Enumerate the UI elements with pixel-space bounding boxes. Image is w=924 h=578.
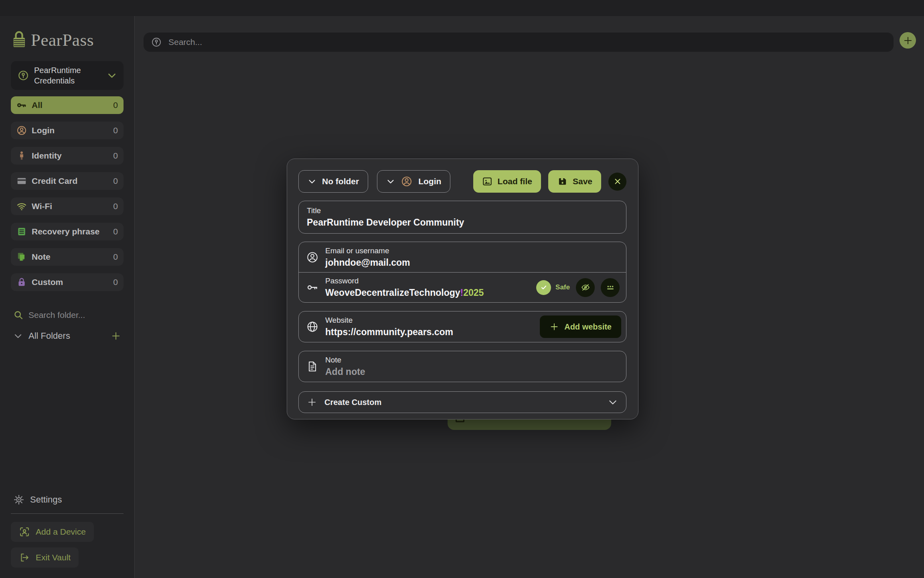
load-file-label: Load file [498,177,532,186]
add-website-label: Add website [564,322,612,332]
add-device-label: Add a Device [36,527,86,537]
sidebar-item-count: 0 [113,100,118,110]
website-field-label: Website [325,316,453,325]
document-icon [306,360,320,373]
user-circle-icon [306,251,320,264]
toggle-password-visibility-button[interactable] [576,278,595,297]
modal-header: No folder Login [298,170,626,193]
sidebar-item-count: 0 [113,126,118,135]
sidebar-item-count: 0 [113,201,118,211]
sidebar-item-login[interactable]: Login 0 [11,122,124,139]
sidebar-item-recovery-phrase[interactable]: Recovery phrase 0 [11,223,124,240]
password-number: 2025 [463,287,484,298]
sidebar-item-label: Identity [32,151,62,161]
wifi-icon [16,201,28,212]
note-field-placeholder: Add note [325,366,365,377]
add-folder-button[interactable] [111,331,121,341]
close-icon[interactable] [608,173,626,191]
image-icon [482,176,492,187]
sidebar-item-count: 0 [113,252,118,262]
sidebar-item-credit-card[interactable]: Credit Card 0 [11,172,124,190]
email-field-label: Email or username [325,246,410,255]
sidebar-divider [11,513,124,514]
sidebar-item-label: Recovery phrase [32,227,99,236]
padlock-icon [16,277,28,287]
vault-selector[interactable]: PearRuntime Credentials [11,61,124,90]
sidebar-item-note[interactable]: Note 0 [11,248,124,266]
folder-dropdown-label: No folder [322,177,359,186]
plus-icon [549,322,559,332]
sidebar-item-wifi[interactable]: Wi-Fi 0 [11,197,124,215]
sidebar-item-custom[interactable]: Custom 0 [11,273,124,291]
add-device-button[interactable]: Add a Device [11,522,94,542]
sidebar-item-label: Note [32,252,51,262]
eye-off-icon [580,282,591,293]
password-strength-label: Safe [555,283,570,291]
credentials-group: Email or username johndoe@mail.com Passw… [298,242,626,303]
add-website-button[interactable]: Add website [540,315,621,338]
save-icon [557,176,567,187]
add-entry-button[interactable] [900,32,916,49]
sidebar-bottom: Settings Add a Device [11,494,124,568]
all-folders-row[interactable]: All Folders [11,331,124,341]
sidebar-item-label: All [32,100,43,110]
exit-vault-label: Exit Vault [36,553,71,562]
email-field-value: johndoe@mail.com [325,257,410,268]
save-label: Save [573,177,592,186]
settings-label: Settings [30,495,62,505]
category-list: All 0 Login 0 [11,96,124,299]
type-dropdown[interactable]: Login [377,170,450,193]
circled-key-icon [17,69,29,81]
all-folders-label: All Folders [28,331,70,341]
password-field[interactable]: Password WeoveDecentralizeTechnology!202… [299,272,626,302]
user-circle-icon [16,125,28,136]
website-field-value: https://community.pears.com [325,327,453,338]
password-field-label: Password [325,277,484,285]
exit-vault-button[interactable]: Exit Vault [11,547,79,568]
load-file-button[interactable]: Load file [473,170,541,193]
global-search [144,33,894,52]
person-icon [16,151,28,161]
sidebar-item-count: 0 [113,151,118,161]
create-custom-label: Create Custom [324,398,381,407]
save-button[interactable]: Save [548,170,601,193]
password-options-button[interactable] [601,278,620,297]
sidebar-item-label: Wi-Fi [32,201,52,211]
folder-search-input[interactable] [28,310,137,320]
title-field-value: PearRuntime Developer Community [307,217,618,228]
globe-icon [306,320,320,333]
credential-editor-modal: No folder Login [287,159,638,419]
note-field[interactable]: Note Add note [298,351,626,382]
titlebar [0,0,924,16]
vault-label: PearRuntime Credentials [34,65,105,86]
sidebar-item-all[interactable]: All 0 [11,96,124,114]
email-field[interactable]: Email or username johndoe@mail.com [299,242,626,272]
website-field[interactable]: Website https://community.pears.com Add … [298,311,626,342]
title-field[interactable]: Title PearRuntime Developer Community [298,201,626,234]
sidebar-item-count: 0 [113,277,118,287]
circled-key-icon [151,37,162,48]
chevron-down-icon [386,177,395,186]
search-icon [13,310,24,320]
sidebar-item-label: Login [32,126,55,135]
note-icon [16,252,28,262]
sidebar-item-identity[interactable]: Identity 0 [11,147,124,165]
sidebar-item-label: Credit Card [32,176,77,186]
app-window: PearPass PearRuntime Credentials All [0,0,924,578]
type-dropdown-label: Login [418,177,441,186]
sidebar-item-count: 0 [113,227,118,236]
gear-icon [13,494,24,505]
app-logo: PearPass [11,28,124,51]
folder-dropdown[interactable]: No folder [298,170,368,193]
key-icon [306,281,320,294]
chevron-down-icon [107,70,117,81]
global-search-input[interactable] [168,37,886,47]
user-circle-icon [401,175,413,187]
check-icon [536,280,551,295]
credit-card-icon [16,176,28,186]
dots-menu-icon [605,282,616,293]
note-field-label: Note [325,356,365,364]
settings-button[interactable]: Settings [11,494,124,505]
create-custom-button[interactable]: Create Custom [298,391,626,413]
title-field-label: Title [307,206,618,215]
